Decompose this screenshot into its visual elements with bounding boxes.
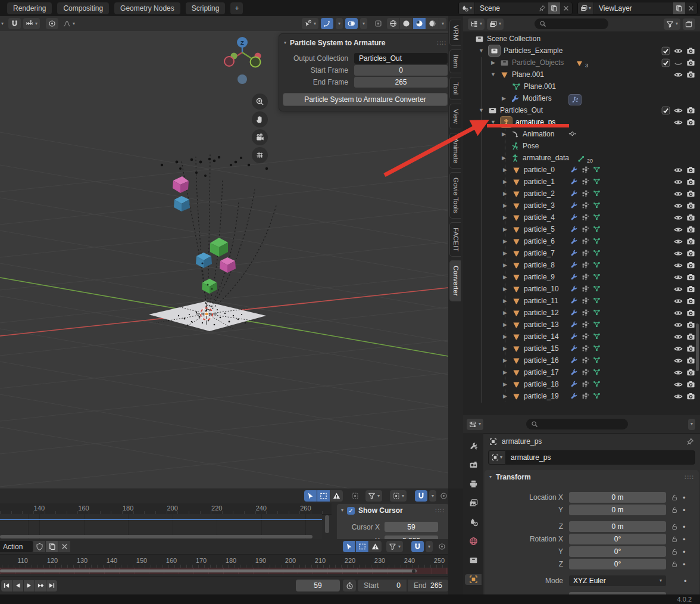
gizmos-toggle[interactable] xyxy=(321,18,333,29)
collapsed-menu-chevron[interactable]: ▾ xyxy=(1,21,4,26)
outliner-row-particle[interactable]: ▶ particle_5 xyxy=(463,223,700,235)
panel-drag-grip[interactable]: ∷∷ xyxy=(437,39,446,47)
animate-dot[interactable]: • xyxy=(683,506,686,515)
disclosure-closed-icon[interactable]: ▶ xyxy=(501,393,509,399)
outliner-search-input[interactable] xyxy=(535,18,608,29)
keying-dropdown[interactable]: ▾ xyxy=(390,490,407,502)
viewlayer-browse-button[interactable]: ▾ xyxy=(578,2,594,14)
hide-eye-icon[interactable] xyxy=(674,261,683,270)
jump-to-end-button[interactable] xyxy=(46,580,57,591)
new-viewlayer-button[interactable] xyxy=(673,2,685,14)
particles-modifier-badge[interactable] xyxy=(568,94,582,105)
render-camera-icon[interactable] xyxy=(686,237,695,246)
sidebar-tab[interactable]: Govie Tools xyxy=(449,172,461,219)
frame-end-field[interactable]: End 265 xyxy=(408,580,448,591)
outliner-label[interactable]: Scene Collection xyxy=(487,35,540,43)
outliner-label[interactable]: particle_3 xyxy=(524,201,555,210)
lock-icon[interactable] xyxy=(671,523,678,530)
disclosure-closed-icon[interactable]: ▶ xyxy=(501,310,509,316)
render-camera-icon[interactable] xyxy=(686,309,695,317)
mesh-data-icon[interactable] xyxy=(593,261,601,269)
outliner-label[interactable]: particle_11 xyxy=(524,297,558,305)
modifier-wrench-icon[interactable] xyxy=(570,178,578,185)
render-camera-icon[interactable] xyxy=(686,189,695,198)
camera-view-button[interactable] xyxy=(252,129,268,145)
disclosure-closed-icon[interactable]: ▶ xyxy=(501,203,509,208)
vertex-groups-icon[interactable] xyxy=(582,201,589,209)
tab-collection[interactable] xyxy=(465,555,482,566)
new-collection-button[interactable] xyxy=(683,18,695,30)
outliner-label[interactable]: particle_19 xyxy=(524,392,559,400)
outliner-row-particle[interactable]: ▶ particle_1 xyxy=(463,176,700,188)
pin-icon[interactable] xyxy=(686,438,694,446)
vertex-groups-icon[interactable] xyxy=(582,368,589,376)
disclosure-closed-icon[interactable]: ▶ xyxy=(489,60,497,66)
disclosure-closed-icon[interactable]: ▶ xyxy=(501,167,509,173)
panel-collapse-chevron[interactable]: ▾ xyxy=(341,508,343,513)
object-id-browse-button[interactable]: ▾ xyxy=(488,450,505,465)
select-tweak-button[interactable] xyxy=(304,490,317,502)
snap-toggle-button[interactable] xyxy=(415,490,427,502)
render-camera-icon[interactable] xyxy=(686,249,695,258)
new-scene-button[interactable] xyxy=(548,2,560,14)
modifier-wrench-icon[interactable] xyxy=(570,249,578,257)
outliner-label[interactable]: Plane.001 xyxy=(512,70,544,79)
pan-button[interactable] xyxy=(252,111,268,127)
outliner-label[interactable]: particle_5 xyxy=(524,225,555,233)
mesh-data-icon[interactable] xyxy=(593,368,601,376)
render-camera-icon[interactable] xyxy=(686,201,695,210)
start-frame-field[interactable]: 0 xyxy=(354,65,448,76)
hide-eye-icon[interactable] xyxy=(674,332,683,341)
outliner-label[interactable]: particle_8 xyxy=(524,261,555,269)
transform-value-field[interactable]: 0° xyxy=(569,546,666,557)
select-tweak-button[interactable] xyxy=(343,541,355,552)
render-camera-icon[interactable] xyxy=(686,261,695,270)
vertex-groups-icon[interactable] xyxy=(582,332,589,340)
outliner-row-particle[interactable]: ▶ particle_13 xyxy=(463,319,700,331)
end-frame-field[interactable]: 265 xyxy=(354,77,448,88)
modifier-wrench-icon[interactable] xyxy=(570,273,578,281)
mesh-data-icon[interactable] xyxy=(593,213,601,221)
select-box-button[interactable] xyxy=(317,490,330,502)
render-camera-icon[interactable] xyxy=(686,118,695,127)
fake-user-button[interactable] xyxy=(33,541,45,552)
hide-eye-icon[interactable] xyxy=(674,189,683,198)
mesh-data-icon[interactable] xyxy=(593,320,601,328)
outliner-scrollbar[interactable] xyxy=(696,323,699,371)
mesh-data-icon[interactable] xyxy=(593,356,601,364)
lock-icon[interactable] xyxy=(671,535,678,543)
outliner-row-particle[interactable]: ▶ particle_3 xyxy=(463,200,700,211)
modifier-wrench-icon[interactable] xyxy=(570,344,578,352)
outliner-filter-type-dropdown[interactable]: ▾ xyxy=(487,18,504,30)
perspective-toggle-button[interactable] xyxy=(252,147,268,163)
hide-eye-closed-icon[interactable] xyxy=(674,58,683,67)
workspace-tab-scripting[interactable]: Scripting xyxy=(186,2,226,14)
dopesheet-channels[interactable] xyxy=(0,514,322,539)
render-camera-icon[interactable] xyxy=(686,356,695,365)
disclosure-closed-icon[interactable]: ▶ xyxy=(501,381,509,387)
disclosure-closed-icon[interactable]: ▶ xyxy=(501,357,509,363)
show-cursor-checkbox[interactable]: ✓ xyxy=(347,507,355,515)
modifier-wrench-icon[interactable] xyxy=(570,225,578,233)
panel-drag-grip[interactable]: ∷∷ xyxy=(435,507,445,515)
outliner-row-plane-object[interactable]: ▼ Plane.001 xyxy=(463,69,700,80)
outliner-label[interactable]: particle_1 xyxy=(524,178,555,186)
sidebar-tab[interactable]: VRM xyxy=(449,20,461,46)
mesh-data-icon[interactable] xyxy=(593,285,601,292)
next-keyframe-button[interactable] xyxy=(35,580,46,591)
output-collection-field[interactable]: Particles_Out xyxy=(354,53,448,64)
hide-eye-icon[interactable] xyxy=(674,309,683,317)
outliner-label[interactable]: particle_2 xyxy=(524,189,555,198)
outliner-row-particle[interactable]: ▶ particle_16 xyxy=(463,354,700,366)
vertex-groups-icon[interactable] xyxy=(582,166,589,173)
render-camera-icon[interactable] xyxy=(686,273,695,282)
sidebar-tab[interactable]: Tool xyxy=(449,77,461,100)
vertex-groups-icon[interactable] xyxy=(582,213,589,221)
outliner-display-mode-dropdown[interactable]: ▾ xyxy=(468,18,485,30)
outliner-row-particle-objects[interactable]: ▶ Particle_Objects 3 xyxy=(463,57,700,69)
vertex-groups-icon[interactable] xyxy=(582,380,589,388)
timeline-scrollbar[interactable] xyxy=(0,569,417,572)
animate-dot[interactable]: • xyxy=(683,522,686,531)
delete-scene-button[interactable] xyxy=(560,2,572,14)
vertex-groups-icon[interactable] xyxy=(582,320,589,328)
